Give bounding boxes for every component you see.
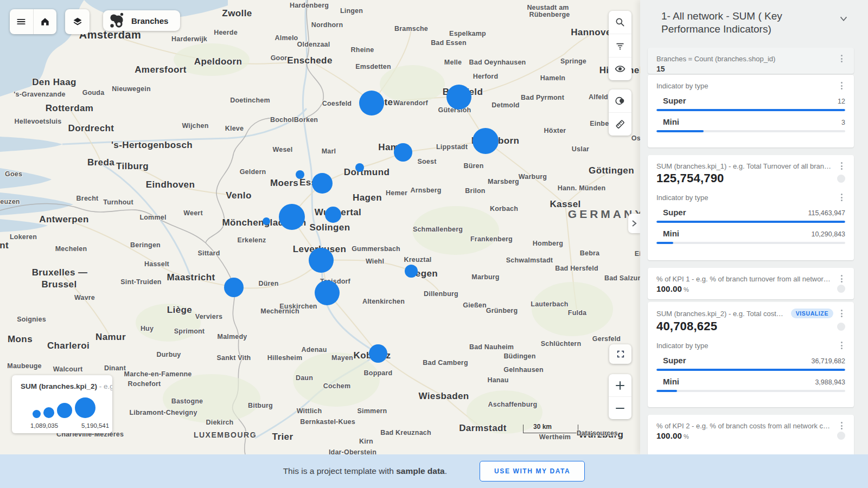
basemap-toggle-button[interactable] <box>609 89 631 112</box>
branch-bubble[interactable] <box>309 248 334 273</box>
map-label: Cochem <box>323 382 351 390</box>
map-label: Melle <box>444 59 462 66</box>
card-menu-button[interactable] <box>838 193 845 202</box>
map-label: Bastogne <box>171 397 203 405</box>
filter-button[interactable] <box>609 34 631 57</box>
legend-max-value: 5,190,541 <box>81 422 109 429</box>
card-menu-button[interactable] <box>838 309 845 318</box>
map-label: Schwalmstadt <box>506 256 553 264</box>
map-label: Büren <box>463 162 483 170</box>
map-label: Mechernich <box>260 307 299 315</box>
indicator-bar <box>656 242 845 244</box>
fullscreen-button[interactable] <box>609 344 631 364</box>
map-label: Bramsche <box>394 25 428 33</box>
map-label: Wertheim <box>539 433 571 441</box>
branch-bubble[interactable] <box>355 163 364 172</box>
zoom-out-button[interactable] <box>609 397 631 419</box>
branch-bubble[interactable] <box>224 278 244 297</box>
menu-button[interactable] <box>10 9 33 34</box>
branch-bubble[interactable] <box>296 170 304 179</box>
map-label: Bocholt <box>270 116 296 124</box>
legend-circle <box>43 407 54 418</box>
map-label: Hanau <box>487 376 508 384</box>
map-label: Lauterbach <box>531 300 568 308</box>
map-label: Alfeld <box>589 93 608 101</box>
map-label: Trier <box>272 432 293 442</box>
card-label: Indicator by type <box>656 342 833 350</box>
map-label: Brilon <box>465 187 485 195</box>
map-layer-dot-icon <box>837 432 845 440</box>
map-label: Lokeren <box>10 233 37 241</box>
map-label: Bruxelles — <box>32 267 88 278</box>
map-label: Fulda <box>568 309 586 317</box>
pct-kpi1-card: % of KPI 1 - e.g. % of branch turnover f… <box>648 268 854 299</box>
map-layer-dot-icon <box>837 285 845 293</box>
map-canvas[interactable]: AmsterdamZwolleApeldoornAmersfoortEnsche… <box>0 0 640 454</box>
indicator-name: Mini <box>663 377 815 386</box>
ruler-icon <box>614 118 626 130</box>
map-label: Wiehl <box>366 258 384 265</box>
branch-bubble[interactable] <box>394 143 412 162</box>
map-label: Bad Kreuznach <box>380 429 431 436</box>
branches-layer-pill[interactable]: Branches <box>103 10 180 31</box>
measure-button[interactable] <box>609 113 631 136</box>
branches-count-card[interactable]: Branches = Count (branches.shop_id) 15 <box>648 48 854 74</box>
map-tools-group-1 <box>609 11 631 80</box>
search-button[interactable] <box>609 11 631 34</box>
map-label: Tilburg <box>116 161 149 172</box>
sidebar-collapse-tab[interactable] <box>628 214 640 233</box>
branch-bubble[interactable] <box>325 207 341 223</box>
map-label: Hardenberg <box>290 2 329 9</box>
branch-bubble[interactable] <box>473 128 499 154</box>
map-label: Zwolle <box>222 8 252 19</box>
map-label: Hameln <box>540 74 565 82</box>
card-menu-button[interactable] <box>838 162 845 170</box>
map-label: Almelo <box>275 34 298 42</box>
map-label: Terneuzen <box>0 198 20 206</box>
branch-bubble[interactable] <box>446 85 471 110</box>
map-label: Idar-Oberstein <box>329 448 376 454</box>
map-label: Charleroi <box>47 341 90 351</box>
map-label: Verviers <box>195 313 222 320</box>
branch-bubble[interactable] <box>263 217 270 225</box>
minus-icon <box>615 403 625 413</box>
branch-bubble[interactable] <box>369 344 387 363</box>
branch-bubble[interactable] <box>405 265 418 278</box>
layers-button[interactable] <box>65 9 90 34</box>
zoom-in-button[interactable] <box>609 374 631 396</box>
card-menu-button[interactable] <box>838 421 845 430</box>
map-label: Springe <box>560 57 586 65</box>
branch-bubble[interactable] <box>279 204 305 230</box>
collapse-section-button[interactable] <box>839 15 848 25</box>
map-label: Harderwijk <box>171 35 207 43</box>
map-label: Bad Essen <box>431 39 467 47</box>
card-menu-button[interactable] <box>838 54 845 63</box>
card-menu-button[interactable] <box>838 81 845 90</box>
map-attribution[interactable]: Data sources <box>577 429 617 437</box>
visualize-button[interactable]: VISUALIZE <box>791 309 833 318</box>
card-menu-button[interactable] <box>838 341 845 350</box>
card-menu-button[interactable] <box>838 274 845 283</box>
map-layer-dot-icon <box>837 323 845 331</box>
use-with-my-data-button[interactable]: USE WITH MY DATA <box>480 461 585 481</box>
branch-bubble[interactable] <box>315 280 340 305</box>
visibility-button[interactable] <box>609 57 631 80</box>
map-label: Erkelenz <box>237 236 266 244</box>
map-label: Warburg <box>519 173 547 181</box>
card-label: % of KPI 2 - e.g. % of branch costs from… <box>656 422 833 430</box>
map-label: Maubeuge <box>7 362 41 370</box>
map-label: Maastricht <box>167 272 215 283</box>
map-label: Boppard <box>364 369 393 377</box>
branch-bubble[interactable] <box>312 173 333 194</box>
map-label: Doetinchem <box>230 97 270 104</box>
branch-bubble[interactable] <box>359 91 384 115</box>
map-label: Enschede <box>287 55 333 66</box>
legend-title: SUM (branches.kpi_2) - e.g. <box>21 382 112 390</box>
gis-dashboard: AmsterdamZwolleApeldoornAmersfoortEnsche… <box>0 0 868 488</box>
map-label: Dinant <box>104 364 126 372</box>
home-icon <box>40 16 50 27</box>
legend-circle <box>75 397 95 418</box>
map-label: Mechelen <box>55 245 87 253</box>
map-label: Bad Oeynhausen <box>469 59 526 66</box>
home-button[interactable] <box>33 9 56 34</box>
